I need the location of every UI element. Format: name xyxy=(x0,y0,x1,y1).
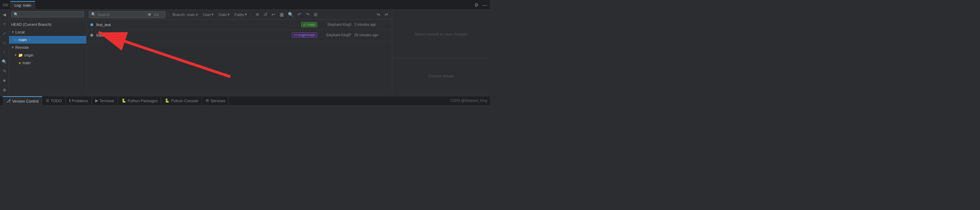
tag-icon-1: 🏷 xyxy=(303,23,307,27)
version-control-icon: ⎇ xyxy=(6,99,11,103)
search-icon[interactable]: 🔍 xyxy=(1,59,8,65)
todo-icon: ☰ xyxy=(46,99,49,103)
commit-dot-2 xyxy=(91,34,93,37)
commit-toolbar: 🔍 ✱ Cc Branch: main × User ▾ Date ▾ Path… xyxy=(87,10,392,19)
detail-panel: Select commit to view changes Commit det… xyxy=(392,10,490,94)
terminal-label: Terminal xyxy=(99,99,114,103)
python-packages-tab[interactable]: 🐍 Python Packages xyxy=(118,96,162,105)
paths-filter-btn[interactable]: Paths ▾ xyxy=(233,11,249,18)
remote-main-item[interactable]: ★ main xyxy=(9,59,86,67)
tag-icon-2: 🏷 xyxy=(294,33,298,37)
asterisk-icon: ✱ xyxy=(148,12,151,17)
branch-filter-label: Branch: main xyxy=(172,13,195,17)
commit-tags-2: 🏷 origin/main xyxy=(292,32,317,38)
checkmark-icon[interactable]: ✓ xyxy=(1,30,8,37)
commit-panel: 🔍 ✱ Cc Branch: main × User ▾ Date ▾ Path… xyxy=(87,10,392,94)
main-layout: ◀ ＋ ✓ □ ↑ 🔍 ✎ ★ ⊕ HEAD (Current Branch) … xyxy=(0,10,490,94)
services-icon: ⚙ xyxy=(205,99,209,103)
remote-main-star-icon: ★ xyxy=(18,61,21,65)
title-bar-right: ⚙ — xyxy=(474,2,487,8)
commit-author-1: Elephant-King5 xyxy=(320,23,352,27)
divider-1 xyxy=(168,12,168,18)
user-chevron-icon: ▾ xyxy=(212,12,213,17)
branch-search-input[interactable] xyxy=(11,11,84,18)
user-filter-label: User xyxy=(203,13,211,17)
branch-ops-btn[interactable]: ⊞ xyxy=(312,11,319,18)
branch-search-container xyxy=(9,10,86,19)
local-label: Local xyxy=(15,30,24,34)
date-filter-label: Date xyxy=(218,13,226,17)
git-label: Git: xyxy=(3,3,9,7)
problems-tab[interactable]: ℹ Problems xyxy=(65,96,92,105)
graph-type-btn[interactable]: ≋ xyxy=(254,11,261,18)
branch-filter-btn[interactable]: Branch: main × xyxy=(171,12,200,18)
python-console-label: Python Console xyxy=(171,99,198,103)
split-right-btn[interactable]: ⇌ xyxy=(383,11,390,18)
user-filter-btn[interactable]: User ▾ xyxy=(201,11,215,18)
main-branch-item[interactable]: 🏷 main ↗ xyxy=(9,36,86,44)
copyright-label: CSDN @Elephant_King xyxy=(450,99,487,103)
settings-button[interactable]: ⚙ xyxy=(474,2,479,8)
search-icon-small: 🔍 xyxy=(91,12,96,17)
update-icon[interactable]: □ xyxy=(1,40,8,46)
paths-chevron-icon: ▾ xyxy=(245,12,247,17)
date-chevron-icon: ▾ xyxy=(228,12,230,17)
origin-folder-item[interactable]: ▼ 📁 origin xyxy=(9,51,86,59)
head-branch-label: HEAD (Current Branch) xyxy=(11,22,52,27)
commit-details-text: Commit details xyxy=(392,59,490,94)
star-icon[interactable]: ★ xyxy=(1,78,8,84)
commit-message-1: first_test xyxy=(96,23,301,27)
problems-label: Problems xyxy=(72,99,88,103)
services-label: Services xyxy=(210,99,225,103)
globe-icon[interactable]: ⊕ xyxy=(1,87,8,94)
minimize-button[interactable]: — xyxy=(482,2,487,8)
date-filter-btn[interactable]: Date ▾ xyxy=(217,11,231,18)
tag-pill-origin-main: 🏷 origin/main xyxy=(292,32,317,38)
commit-graph-1 xyxy=(89,23,94,26)
python-packages-label: Python Packages xyxy=(128,99,158,103)
undo-btn[interactable]: ↶ xyxy=(296,11,303,18)
paths-filter-label: Paths xyxy=(234,13,244,17)
head-branch-item[interactable]: HEAD (Current Branch) xyxy=(9,21,86,28)
problems-icon: ℹ xyxy=(69,99,70,103)
commit-time-1: 2 minutes ago xyxy=(354,23,389,27)
log-tab[interactable]: Log: main xyxy=(10,1,35,9)
find-btn[interactable]: 🔍 xyxy=(286,11,295,18)
origin-label: origin xyxy=(24,53,33,57)
refresh-btn[interactable]: ↺ xyxy=(262,11,269,18)
todo-label: TODO xyxy=(51,99,62,103)
main-branch-label: main xyxy=(19,38,27,42)
services-tab[interactable]: ⚙ Services xyxy=(202,96,229,105)
local-group-item[interactable]: ▼ Local xyxy=(9,28,86,36)
commit-search-input[interactable] xyxy=(97,13,146,17)
version-control-tab[interactable]: ⎇ Version Control xyxy=(3,96,42,105)
push-icon[interactable]: ↑ xyxy=(1,49,8,56)
commit-tags-1: 🏷 main xyxy=(301,22,317,27)
back-icon[interactable]: ◀ xyxy=(1,11,8,18)
collapse-btn[interactable]: ↩ xyxy=(270,11,277,18)
main-branch-tag-icon: 🏷 xyxy=(14,38,18,42)
remote-group-item[interactable]: ▼ Remote xyxy=(9,44,86,51)
branch-tree: HEAD (Current Branch) ▼ Local 🏷 main ↗ ▼ xyxy=(9,19,86,94)
redo-btn[interactable]: ↷ xyxy=(304,11,311,18)
commit-dot-1 xyxy=(91,23,93,26)
tag-pill-main: 🏷 main xyxy=(301,22,317,27)
split-left-btn[interactable]: ⇋ xyxy=(375,11,382,18)
remote-main-label: main xyxy=(22,61,31,65)
add-icon[interactable]: ＋ xyxy=(1,21,8,27)
origin-folder-icon: 📁 xyxy=(18,53,23,57)
python-packages-icon: 🐍 xyxy=(121,99,126,103)
terminal-tab[interactable]: ▶ Terminal xyxy=(92,96,118,105)
edit-icon[interactable]: ✎ xyxy=(1,68,8,75)
local-chevron: ▼ xyxy=(11,30,14,34)
commit-row[interactable]: Initial commi 🏷 origin/main Elephant-Kin… xyxy=(87,30,392,40)
todo-tab[interactable]: ☰ TODO xyxy=(42,96,65,105)
origin-chevron: ▼ xyxy=(14,53,17,57)
python-console-tab[interactable]: 🐍 Python Console xyxy=(161,96,202,105)
regex-btn[interactable]: Cc xyxy=(153,12,161,18)
tag-label-1: main xyxy=(307,23,315,27)
grid-btn[interactable]: ▦ xyxy=(278,11,285,18)
commit-time-2: 29 minutes ago xyxy=(354,33,389,37)
commit-row[interactable]: first_test 🏷 main Elephant-King5 2 minut… xyxy=(87,19,392,30)
terminal-icon: ▶ xyxy=(95,99,98,103)
